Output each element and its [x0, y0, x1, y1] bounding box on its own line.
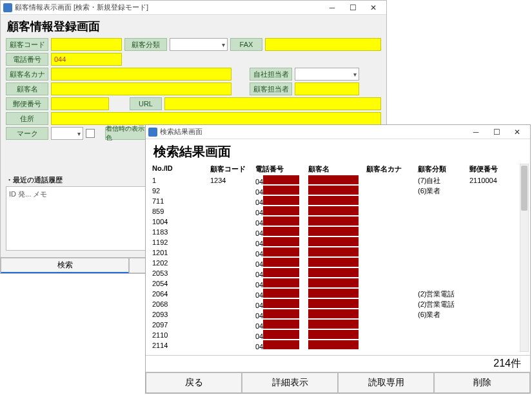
minimize-button[interactable]: ─ [322, 1, 342, 14]
col-code: 顧客コード [210, 164, 255, 174]
table-row[interactable]: 120104 [152, 247, 524, 258]
col-kana: 顧客名カナ [366, 164, 418, 174]
input-addr[interactable] [51, 112, 381, 125]
readonly-button[interactable]: 読取専用 [338, 372, 434, 393]
label-addr: 住所 [6, 112, 48, 125]
maximize-button[interactable]: ☐ [486, 126, 507, 139]
table-row[interactable]: 119204 [152, 237, 524, 247]
table-row[interactable]: 206804(2)営業電話 [152, 299, 524, 309]
input-url[interactable] [164, 97, 381, 110]
table-row[interactable]: 211404 [152, 340, 524, 351]
label-incoming-color: 着信時の表示色 [105, 127, 150, 140]
scrollbar-vertical[interactable] [520, 164, 529, 352]
window-controls: ─ ☐ ✕ [466, 126, 527, 139]
label-url: URL [130, 97, 162, 110]
table-row[interactable]: 206404(2)営業電話 [152, 289, 524, 299]
titlebar: 検索結果画面 ─ ☐ ✕ [146, 125, 530, 139]
grid-header: No./ID 顧客コード 電話番号 顧客名 顧客名カナ 顧客分類 郵便番号 [152, 164, 524, 174]
table-row[interactable]: 9204(6)業者 [152, 186, 524, 196]
result-count: 214件 [146, 355, 530, 372]
table-row[interactable]: 205304 [152, 268, 524, 278]
close-button[interactable]: ✕ [363, 1, 384, 14]
label-fax: FAX [230, 38, 262, 51]
checkbox-mark[interactable] [86, 129, 95, 138]
table-row[interactable]: 118304 [152, 227, 524, 237]
search-result-window: 検索結果画面 ─ ☐ ✕ 検索結果画面 No./ID 顧客コード 電話番号 顧客… [145, 124, 531, 394]
dropdown-own-rep[interactable] [295, 68, 359, 81]
table-row[interactable]: 71104 [152, 196, 524, 206]
button-bar: 戻る 詳細表示 読取専用 削除 [146, 372, 530, 393]
label-tel: 電話番号 [6, 53, 48, 66]
label-name: 顧客名 [6, 82, 48, 95]
label-customer-code: 顧客コード [6, 38, 48, 51]
page-title: 検索結果画面 [153, 143, 524, 160]
app-icon [3, 3, 12, 12]
input-zip[interactable] [51, 97, 109, 110]
input-name[interactable] [51, 82, 232, 95]
maximize-button[interactable]: ☐ [342, 1, 363, 14]
col-cat: 顧客分類 [418, 164, 469, 174]
table-row[interactable]: 1123404(7)自社2110004 [152, 175, 524, 186]
app-icon [148, 128, 157, 137]
minimize-button[interactable]: ─ [466, 126, 486, 139]
col-name: 顧客名 [308, 164, 366, 174]
titlebar: 顧客情報表示画面 [検索・新規登録モード] ─ ☐ ✕ [1, 1, 386, 15]
window-title: 検索結果画面 [160, 127, 202, 137]
table-row[interactable]: 209304(6)業者 [152, 309, 524, 320]
window-title: 顧客情報表示画面 [検索・新規登録モード] [15, 3, 148, 12]
tab-search[interactable]: 検索 [1, 258, 129, 273]
col-tel: 電話番号 [255, 164, 308, 174]
back-button[interactable]: 戻る [146, 372, 242, 393]
table-row[interactable]: 100404 [152, 217, 524, 227]
label-customer-cat: 顧客分類 [124, 38, 167, 51]
history-columns: ID 発... メモ [9, 190, 47, 198]
window-controls: ─ ☐ ✕ [322, 1, 384, 14]
label-kana: 顧客名カナ [6, 68, 48, 81]
input-kana[interactable] [51, 68, 232, 81]
table-row[interactable]: 85904 [152, 206, 524, 217]
detail-button[interactable]: 詳細表示 [242, 372, 338, 393]
page-title: 顧客情報登録画面 [7, 19, 381, 34]
input-tel[interactable]: 044 [51, 53, 122, 66]
label-cust-rep: 顧客担当者 [250, 82, 292, 95]
grid-body: 1123404(7)自社21100049204(6)業者711048590410… [152, 175, 524, 355]
dropdown-customer-cat[interactable] [170, 38, 228, 51]
close-button[interactable]: ✕ [507, 126, 527, 139]
col-zip: 郵便番号 [469, 164, 515, 174]
table-row[interactable]: 211004 [152, 330, 524, 340]
dropdown-mark[interactable] [51, 127, 83, 140]
input-cust-rep[interactable] [295, 82, 359, 95]
scrollbar-thumb[interactable] [521, 166, 527, 211]
table-row[interactable]: 209704 [152, 320, 524, 330]
label-zip: 郵便番号 [6, 97, 48, 110]
input-fax[interactable] [265, 38, 381, 51]
table-row[interactable]: 205404 [152, 278, 524, 289]
col-no: No./ID [152, 164, 210, 174]
delete-button[interactable]: 削除 [434, 372, 530, 393]
table-row[interactable]: 120204 [152, 258, 524, 268]
label-own-rep: 自社担当者 [250, 68, 292, 81]
input-customer-code[interactable] [51, 38, 122, 51]
label-mark: マーク [6, 127, 48, 140]
